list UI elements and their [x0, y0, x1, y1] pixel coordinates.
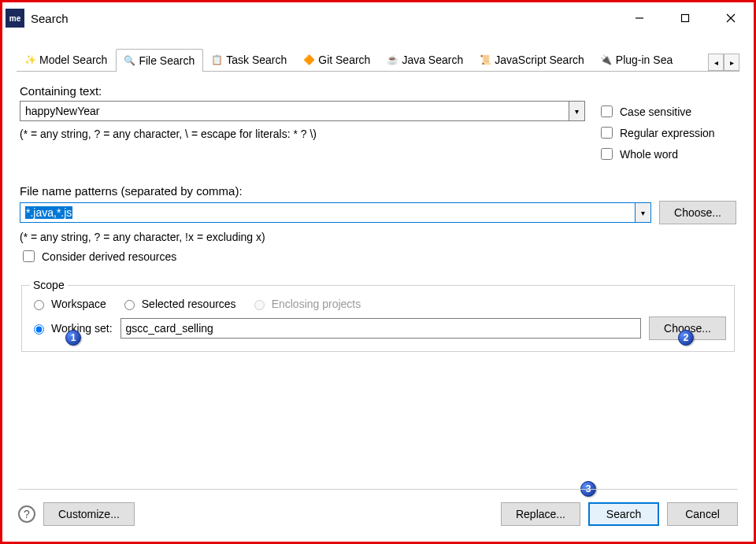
scope-enclosing-radio: Enclosing projects — [250, 298, 361, 310]
scope-legend: Scope — [30, 279, 68, 291]
file-patterns-label: File name patterns (separated by comma): — [20, 184, 736, 198]
whole-word-checkbox[interactable]: Whole word — [598, 146, 736, 162]
customize-button[interactable]: Customize... — [43, 502, 135, 526]
cancel-button[interactable]: Cancel — [667, 502, 738, 526]
tab-label: Task Search — [226, 54, 287, 66]
search-icon: 🔍 — [123, 54, 135, 67]
radio-label: Enclosing projects — [272, 298, 361, 310]
title-bar: me Search — [2, 2, 754, 34]
file-patterns-hint: (* = any string, ? = any character, !x =… — [20, 231, 736, 243]
containing-text-label: Containing text: — [20, 84, 585, 98]
tab-label: Model Search — [39, 54, 107, 66]
containing-text-hint: (* = any string, ? = any character, \ = … — [20, 128, 585, 140]
git-icon: 🔶 — [302, 54, 315, 66]
svg-rect-1 — [682, 15, 689, 22]
window-title: Search — [31, 12, 69, 25]
tab-task-search[interactable]: 📋Task Search — [203, 48, 295, 71]
checkbox-label: Case sensitive — [620, 105, 691, 118]
scope-selected-radio[interactable]: Selected resources — [120, 298, 236, 310]
search-button[interactable]: Search — [588, 502, 659, 526]
case-sensitive-checkbox[interactable]: Case sensitive — [598, 103, 736, 120]
radio-label: Selected resources — [142, 298, 236, 310]
help-icon[interactable]: ? — [18, 505, 35, 523]
plugin-icon: 🔌 — [600, 54, 613, 66]
tab-scroll-left[interactable]: ◂ — [708, 54, 724, 71]
tab-label: Plug-in Sea — [616, 54, 673, 66]
java-icon: ☕ — [386, 54, 398, 66]
regex-checkbox[interactable]: Regular expression — [598, 124, 736, 141]
checkbox-label: Regular expression — [620, 127, 715, 139]
close-button[interactable] — [708, 2, 754, 34]
annotation-badge-2: 2 — [678, 330, 694, 346]
scope-workspace-radio[interactable]: Workspace — [30, 298, 106, 310]
tab-git-search[interactable]: 🔶Git Search — [295, 48, 379, 71]
consider-derived-checkbox[interactable]: Consider derived resources — [20, 248, 736, 265]
choose-patterns-button[interactable]: Choose... — [659, 201, 736, 224]
tab-label: Java Search — [402, 54, 463, 66]
wand-icon: ✨ — [24, 54, 36, 66]
minimize-button[interactable] — [617, 2, 662, 34]
tab-scroll-right[interactable]: ▸ — [724, 54, 739, 71]
chevron-down-icon[interactable]: ▾ — [636, 202, 651, 223]
radio-label: Working set: — [51, 322, 113, 335]
annotation-badge-1: 1 — [65, 330, 81, 346]
file-patterns-input[interactable]: *.java,*.js — [20, 202, 636, 223]
chevron-down-icon[interactable]: ▾ — [569, 101, 585, 121]
radio-label: Workspace — [51, 298, 106, 310]
tab-model-search[interactable]: ✨Model Search — [17, 48, 116, 71]
task-icon: 📋 — [210, 54, 223, 66]
tab-plugin-search[interactable]: 🔌Plug-in Sea — [593, 48, 681, 71]
maximize-button[interactable] — [662, 2, 708, 34]
search-tab-bar: ✨Model Search 🔍File Search 📋Task Search … — [17, 48, 739, 72]
working-set-input[interactable] — [120, 318, 642, 339]
tab-java-search[interactable]: ☕Java Search — [379, 48, 472, 71]
scope-fieldset: Scope Workspace Selected resources Enclo… — [21, 279, 735, 352]
tab-label: JavaScript Search — [495, 54, 584, 66]
tab-label: Git Search — [318, 54, 370, 66]
checkbox-label: Whole word — [620, 148, 678, 161]
containing-text-input[interactable] — [20, 101, 569, 121]
tab-file-search[interactable]: 🔍File Search — [116, 49, 203, 72]
js-icon: 📜 — [479, 54, 491, 66]
tab-label: File Search — [139, 54, 195, 67]
checkbox-label: Consider derived resources — [42, 250, 176, 263]
tab-javascript-search[interactable]: 📜JavaScript Search — [472, 48, 593, 71]
app-icon: me — [6, 9, 24, 28]
replace-button[interactable]: Replace... — [501, 502, 580, 526]
